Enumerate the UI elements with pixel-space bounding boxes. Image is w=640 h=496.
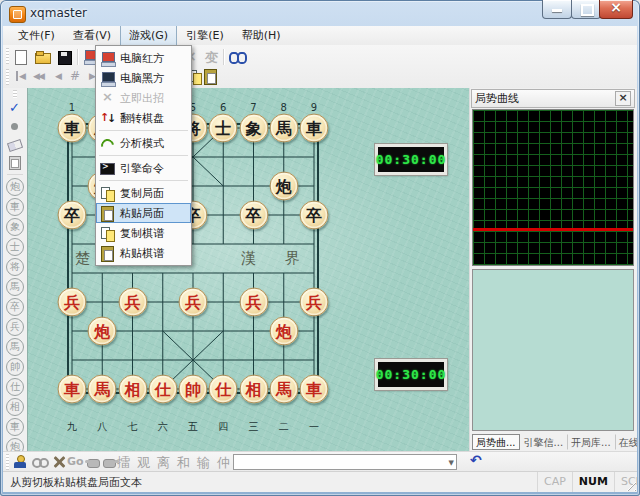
panel-tab[interactable]: 引擎信... xyxy=(520,434,568,450)
menubar-item[interactable]: 帮助(H) xyxy=(233,26,290,46)
situation-chart xyxy=(472,109,634,266)
menu-item[interactable]: 立即出招 xyxy=(96,88,191,108)
move-combobox[interactable]: ▼ xyxy=(233,454,457,470)
piece-select-button[interactable]: 士 xyxy=(6,238,24,256)
piece-select-button[interactable]: 帥 xyxy=(6,358,24,376)
board-piece[interactable]: 仕 xyxy=(148,375,177,404)
board-piece[interactable]: 馬 xyxy=(269,375,298,404)
game-menu: 电脑红方 电脑黑方 立即出招 翻转棋盘 分析模式 xyxy=(95,45,192,266)
menubar-item[interactable]: 游戏(G) xyxy=(120,26,177,46)
nav-rewind-icon[interactable]: ◀◀ xyxy=(31,68,51,87)
board-piece[interactable]: 車 xyxy=(300,375,329,404)
toolbar-grip[interactable] xyxy=(6,69,9,85)
menu-item[interactable]: 引擎命令 xyxy=(96,158,191,178)
nav-first-icon[interactable]: ◀ xyxy=(11,68,31,87)
minimize-button[interactable] xyxy=(542,0,572,19)
board-piece[interactable]: 炮 xyxy=(269,172,298,201)
menu-item[interactable]: 复制局面 xyxy=(96,183,191,203)
board-piece[interactable]: 卒 xyxy=(239,201,268,230)
piece-select-button[interactable]: 相 xyxy=(6,398,24,416)
find-icon[interactable] xyxy=(227,48,247,67)
action-button[interactable]: 和 xyxy=(177,454,190,472)
undo-icon[interactable]: ↶ xyxy=(470,452,482,468)
board-piece[interactable]: 車 xyxy=(58,375,87,404)
piece-select-button[interactable]: 炮 xyxy=(6,178,24,196)
menu-item[interactable]: 粘贴棋谱 xyxy=(96,243,191,263)
window-title: xqmaster xyxy=(30,6,87,20)
piece-select-button[interactable]: 象 xyxy=(6,218,24,236)
move-number-icon[interactable]: # xyxy=(65,68,85,87)
action-button[interactable]: 离 xyxy=(157,454,170,472)
piece-select-button[interactable]: 車 xyxy=(6,198,24,216)
go-button[interactable]: Go xyxy=(67,455,84,468)
tools-icon[interactable] xyxy=(50,454,68,470)
piece-select-button[interactable]: 仕 xyxy=(6,378,24,396)
panel-tab[interactable]: 在线下... xyxy=(615,434,637,450)
board-piece[interactable]: 士 xyxy=(209,114,238,143)
board-piece[interactable]: 車 xyxy=(58,114,87,143)
menu-item[interactable]: 电脑红方 xyxy=(96,48,191,68)
piece-select-button[interactable]: 卒 xyxy=(6,298,24,316)
panel-tab[interactable]: 局势曲... xyxy=(472,434,520,450)
sidebar-tool-icon[interactable] xyxy=(6,154,24,171)
piece-select-button[interactable]: 将 xyxy=(6,258,24,276)
menu-item[interactable]: 电脑黑方 xyxy=(96,68,191,88)
change-move-icon[interactable]: 变 xyxy=(202,48,222,67)
board-piece[interactable]: 卒 xyxy=(300,201,329,230)
piece-label: 車 xyxy=(306,381,322,397)
action-button[interactable]: 输 xyxy=(197,454,210,472)
sidebar-tool-icon[interactable] xyxy=(6,136,24,153)
board-piece[interactable]: 兵 xyxy=(58,288,87,317)
piece-select-button[interactable]: 馬 xyxy=(6,278,24,296)
board-piece[interactable]: 卒 xyxy=(58,201,87,230)
menu-item[interactable] xyxy=(99,155,188,156)
board-piece[interactable]: 兵 xyxy=(118,288,147,317)
action-button[interactable]: 观 xyxy=(137,454,150,472)
menu-item[interactable]: 翻转棋盘 xyxy=(96,108,191,128)
menubar-item[interactable]: 查看(V) xyxy=(64,26,120,46)
menu-item[interactable]: 复制棋谱 xyxy=(96,223,191,243)
new-file-icon[interactable] xyxy=(11,48,31,67)
panel-tab[interactable]: 开局库... xyxy=(567,434,615,450)
piece-select-button[interactable]: 車 xyxy=(6,418,24,436)
title-bar[interactable]: xqmaster xyxy=(0,0,640,26)
board-piece[interactable]: 象 xyxy=(239,114,268,143)
link-icon[interactable] xyxy=(31,454,49,470)
board-piece[interactable]: 車 xyxy=(300,114,329,143)
menu-item-icon xyxy=(99,90,115,106)
maximize-button[interactable] xyxy=(571,0,601,19)
board-piece[interactable]: 兵 xyxy=(300,288,329,317)
open-file-icon[interactable] xyxy=(33,48,53,67)
save-icon[interactable] xyxy=(55,48,75,67)
board-piece[interactable]: 炮 xyxy=(269,317,298,346)
action-button[interactable]: 仲 xyxy=(217,454,230,472)
piece-select-button[interactable]: 兵 xyxy=(6,318,24,336)
sidebar-tool-icon[interactable] xyxy=(6,100,24,117)
close-button[interactable] xyxy=(599,0,633,19)
board-piece[interactable]: 馬 xyxy=(269,114,298,143)
board-piece[interactable]: 馬 xyxy=(88,375,117,404)
menu-item[interactable] xyxy=(99,180,188,181)
toolbar-grip[interactable] xyxy=(6,454,9,470)
board-piece[interactable]: 仕 xyxy=(209,375,238,404)
menu-item[interactable] xyxy=(99,130,188,131)
menubar-item[interactable]: 引擎(E) xyxy=(177,26,233,46)
paste-icon[interactable] xyxy=(202,68,222,87)
chevron-down-icon[interactable]: ▼ xyxy=(449,459,454,467)
menubar-item[interactable]: 文件(F) xyxy=(9,26,64,46)
panel-close-icon[interactable]: × xyxy=(615,91,631,106)
menu-item[interactable]: 粘贴局面 xyxy=(96,203,191,223)
board-piece[interactable]: 炮 xyxy=(88,317,117,346)
board-piece[interactable]: 相 xyxy=(118,375,147,404)
action-button[interactable]: 擂 xyxy=(117,454,130,472)
board-piece[interactable]: 帥 xyxy=(179,375,208,404)
sidebar-grip[interactable] xyxy=(13,90,17,98)
board-piece[interactable]: 兵 xyxy=(179,288,208,317)
sidebar-tool-icon[interactable] xyxy=(6,118,24,135)
piece-select-button[interactable]: 馬 xyxy=(6,338,24,356)
player-icon[interactable] xyxy=(11,454,29,470)
board-piece[interactable]: 相 xyxy=(239,375,268,404)
menu-item[interactable]: 分析模式 xyxy=(96,133,191,153)
toolbar-grip[interactable] xyxy=(6,48,9,64)
board-piece[interactable]: 兵 xyxy=(239,288,268,317)
